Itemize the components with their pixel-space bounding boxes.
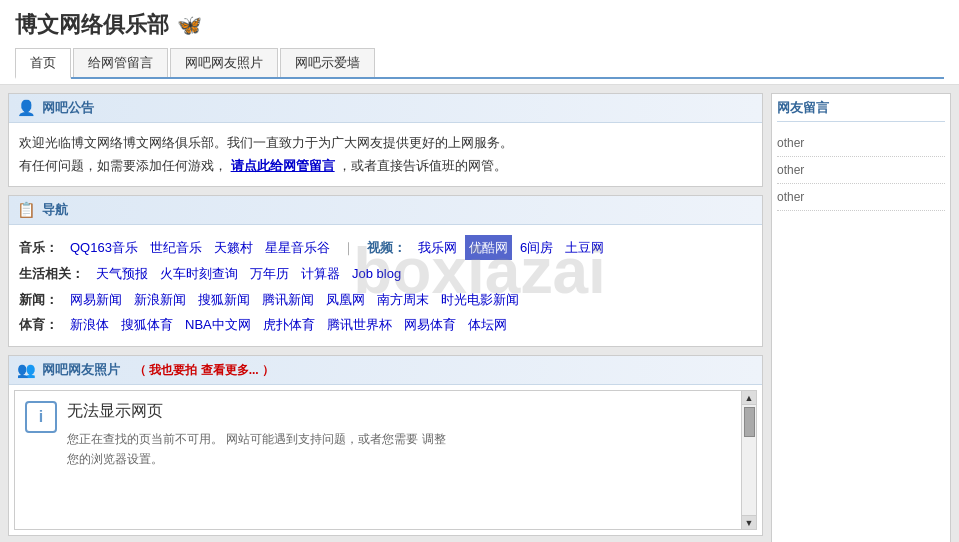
sidebar-item-1: other [777, 157, 945, 184]
nav-news-0[interactable]: 网易新闻 [66, 288, 126, 311]
notice-link[interactable]: 请点此给网管留言 [231, 158, 335, 173]
nav-separator-1: ｜ [342, 236, 355, 259]
photo-iframe-area: i 无法显示网页 您正在查找的页当前不可用。 网站可能遇到支持问题，或者您需要 … [14, 390, 757, 530]
notice-line2-prefix: 有任何问题，如需要添加任何游戏， [19, 158, 227, 173]
nav-life-4[interactable]: Job blog [348, 262, 405, 285]
notice-line2-suffix: ，或者直接告诉值班的网管。 [338, 158, 507, 173]
sports-label: 体育： [19, 313, 58, 336]
nav-video-0[interactable]: 我乐网 [414, 236, 461, 259]
notice-line2: 有任何问题，如需要添加任何游戏， 请点此给网管留言 ，或者直接告诉值班的网管。 [19, 154, 752, 177]
navigation-section: 📋 导航 音乐： QQ163音乐 世纪音乐 天籁村 星星音乐谷 ｜ 视频： 我乐… [8, 195, 763, 348]
notice-icon: 👤 [17, 99, 36, 117]
nav-life-3[interactable]: 计算器 [297, 262, 344, 285]
nav-sports-6[interactable]: 体坛网 [464, 313, 511, 336]
notice-line1: 欢迎光临博文网络博文网络俱乐部。我们一直致力于为广大网友提供更好的上网服务。 [19, 131, 752, 154]
photos-title: 网吧网友照片 [42, 361, 120, 379]
logo-area: 博文网络俱乐部 🦋 [15, 10, 944, 40]
nav-life-2[interactable]: 万年历 [246, 262, 293, 285]
sidebar: 网友留言 other other other [771, 93, 951, 542]
nav-sports-3[interactable]: 虎扑体育 [259, 313, 319, 336]
nav-news-1[interactable]: 新浪新闻 [130, 288, 190, 311]
notice-title: 网吧公告 [42, 99, 94, 117]
butterfly-icon: 🦋 [177, 13, 202, 37]
nav-sports-5[interactable]: 网易体育 [400, 313, 460, 336]
nav-music-2[interactable]: 天籁村 [210, 236, 257, 259]
nav-sports-2[interactable]: NBA中文网 [181, 313, 255, 336]
photo-action1-link[interactable]: 我也要拍 [149, 363, 197, 377]
iframe-error-text: 无法显示网页 您正在查找的页当前不可用。 网站可能遇到支持问题，或者您需要 调整… [67, 401, 446, 468]
nav-video-3[interactable]: 土豆网 [561, 236, 608, 259]
iframe-error-content: i 无法显示网页 您正在查找的页当前不可用。 网站可能遇到支持问题，或者您需要 … [15, 391, 741, 529]
nav-title: 导航 [42, 201, 68, 219]
photos-icon: 👥 [17, 361, 36, 379]
nav-life-0[interactable]: 天气预报 [92, 262, 152, 285]
tab-home[interactable]: 首页 [15, 48, 71, 79]
notice-header: 👤 网吧公告 [9, 94, 762, 123]
photos-header: 👥 网吧网友照片 （ 我也要拍 查看更多... ） [9, 356, 762, 385]
nav-news-4[interactable]: 凤凰网 [322, 288, 369, 311]
nav-music-3[interactable]: 星星音乐谷 [261, 236, 334, 259]
nav-music-0[interactable]: QQ163音乐 [66, 236, 142, 259]
nav-life-1[interactable]: 火车时刻查询 [156, 262, 242, 285]
iframe-error-icon: i [25, 401, 57, 433]
nav-video-2[interactable]: 6间房 [516, 236, 557, 259]
nav-news-2[interactable]: 搜狐新闻 [194, 288, 254, 311]
photos-section: 👥 网吧网友照片 （ 我也要拍 查看更多... ） i 无法显示网页 [8, 355, 763, 536]
scroll-thumb[interactable] [744, 407, 755, 437]
header: 博文网络俱乐部 🦋 首页 给网管留言 网吧网友照片 网吧示爱墙 [0, 0, 959, 85]
main-layout: 👤 网吧公告 欢迎光临博文网络博文网络俱乐部。我们一直致力于为广大网友提供更好的… [0, 85, 959, 542]
nav-video-1[interactable]: 优酷网 [465, 235, 512, 260]
nav-body: 音乐： QQ163音乐 世纪音乐 天籁村 星星音乐谷 ｜ 视频： 我乐网 优酷网… [9, 225, 762, 347]
nav-life-row: 生活相关： 天气预报 火车时刻查询 万年历 计算器 Job blog [19, 262, 752, 285]
sidebar-item-0: other [777, 130, 945, 157]
sidebar-title: 网友留言 [777, 99, 945, 122]
scroll-down-button[interactable]: ▼ [742, 515, 756, 529]
photo-action2-link[interactable]: 查看更多... [201, 363, 259, 377]
nav-header: 📋 导航 [9, 196, 762, 225]
video-label: 视频： [367, 236, 406, 259]
iframe-error-body2: 您的浏览器设置。 [67, 450, 446, 469]
nav-news-3[interactable]: 腾讯新闻 [258, 288, 318, 311]
nav-sports-0[interactable]: 新浪体 [66, 313, 113, 336]
tab-message[interactable]: 给网管留言 [73, 48, 168, 77]
logo-text: 博文网络俱乐部 [15, 10, 169, 40]
scroll-up-button[interactable]: ▲ [742, 391, 756, 405]
nav-sports-4[interactable]: 腾讯世界杯 [323, 313, 396, 336]
music-label: 音乐： [19, 236, 58, 259]
life-label: 生活相关： [19, 262, 84, 285]
notice-body: 欢迎光临博文网络博文网络俱乐部。我们一直致力于为广大网友提供更好的上网服务。 有… [9, 123, 762, 186]
iframe-error-title: 无法显示网页 [67, 401, 446, 422]
nav-news-5[interactable]: 南方周末 [373, 288, 433, 311]
iframe-scrollbar[interactable]: ▲ ▼ [741, 391, 756, 529]
nav-sports-row: 体育： 新浪体 搜狐体育 NBA中文网 虎扑体育 腾讯世界杯 网易体育 体坛网 [19, 313, 752, 336]
nav-music-1[interactable]: 世纪音乐 [146, 236, 206, 259]
tab-photos[interactable]: 网吧网友照片 [170, 48, 278, 77]
notice-section: 👤 网吧公告 欢迎光临博文网络博文网络俱乐部。我们一直致力于为广大网友提供更好的… [8, 93, 763, 187]
nav-news-6[interactable]: 时光电影新闻 [437, 288, 523, 311]
sidebar-item-2: other [777, 184, 945, 211]
nav-icon: 📋 [17, 201, 36, 219]
content-area: 👤 网吧公告 欢迎光临博文网络博文网络俱乐部。我们一直致力于为广大网友提供更好的… [8, 93, 763, 542]
nav-sports-1[interactable]: 搜狐体育 [117, 313, 177, 336]
tab-loveboard[interactable]: 网吧示爱墙 [280, 48, 375, 77]
nav-news-row: 新闻： 网易新闻 新浪新闻 搜狐新闻 腾讯新闻 凤凰网 南方周末 时光电影新闻 [19, 288, 752, 311]
nav-music-row: 音乐： QQ163音乐 世纪音乐 天籁村 星星音乐谷 ｜ 视频： 我乐网 优酷网… [19, 235, 752, 260]
news-label: 新闻： [19, 288, 58, 311]
photos-actions: （ 我也要拍 查看更多... ） [134, 362, 274, 379]
iframe-error-body1: 您正在查找的页当前不可用。 网站可能遇到支持问题，或者您需要 调整 [67, 430, 446, 449]
tabs: 首页 给网管留言 网吧网友照片 网吧示爱墙 [15, 48, 944, 79]
